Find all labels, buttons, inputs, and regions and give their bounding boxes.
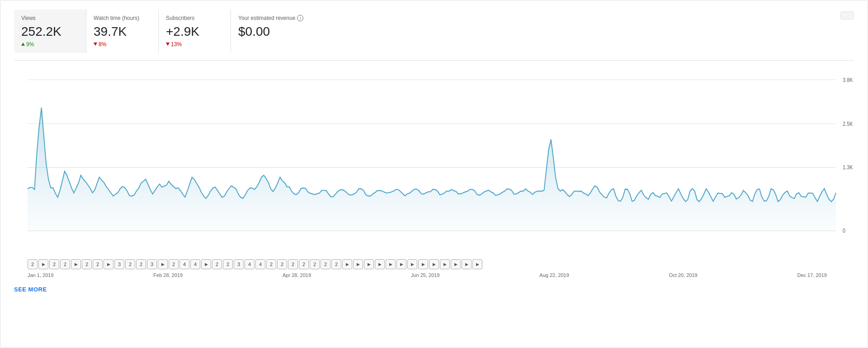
video-marker-2[interactable]: 2: [49, 259, 59, 269]
video-marker-34[interactable]: ▶: [396, 259, 406, 269]
svg-text:1.3K: 1.3K: [843, 165, 853, 170]
metric-value-3: $0.00: [238, 24, 303, 39]
video-marker-33[interactable]: ▶: [386, 259, 396, 269]
video-marker-6[interactable]: 2: [93, 259, 103, 269]
main-container: Views252.2K9%Watch time (hours)39.7K8%Su…: [0, 0, 868, 348]
arrow-down-icon: [166, 43, 170, 46]
metric-card-2: Subscribers+2.9K13%: [159, 10, 231, 53]
video-marker-37[interactable]: ▶: [429, 259, 439, 269]
video-marker-26[interactable]: 2: [310, 259, 320, 269]
updated-timestamp: [840, 11, 854, 19]
video-marker-8[interactable]: 3: [114, 259, 124, 269]
metric-change-pct-1: 8%: [99, 41, 106, 48]
video-marker-1[interactable]: ▶: [38, 259, 48, 269]
info-icon-3[interactable]: i: [297, 15, 303, 21]
video-marker-38[interactable]: ▶: [440, 259, 450, 269]
arrow-up-icon: [21, 43, 25, 46]
metric-card-3: Your estimated revenuei$0.00: [231, 10, 321, 53]
video-marker-39[interactable]: ▶: [451, 259, 461, 269]
video-marker-9[interactable]: 2: [125, 259, 135, 269]
chart-area: 3.8K 2.5K 1.3K 0: [14, 65, 854, 255]
svg-text:0: 0: [843, 228, 845, 234]
metric-change-0: 9%: [21, 41, 68, 48]
video-marker-22[interactable]: 2: [266, 259, 276, 269]
video-marker-4[interactable]: ▶: [71, 259, 81, 269]
svg-text:3.8K: 3.8K: [843, 77, 853, 82]
metric-label-0: Views: [21, 15, 68, 21]
metric-card-1: Watch time (hours)39.7K8%: [86, 10, 159, 53]
x-label-6: Dec 17, 2019: [797, 272, 826, 278]
video-marker-20[interactable]: 4: [245, 259, 255, 269]
video-marker-41[interactable]: ▶: [472, 259, 482, 269]
see-more-link[interactable]: SEE MORE: [14, 286, 47, 293]
video-marker-14[interactable]: 4: [179, 259, 189, 269]
metric-label-2: Subscribers: [166, 15, 212, 21]
metric-label-3: Your estimated revenuei: [238, 15, 303, 21]
video-marker-13[interactable]: 2: [169, 259, 179, 269]
x-label-0: Jan 1, 2019: [28, 272, 54, 278]
video-marker-25[interactable]: 2: [299, 259, 309, 269]
x-label-1: Feb 28, 2019: [153, 272, 183, 278]
video-marker-10[interactable]: 2: [136, 259, 146, 269]
video-marker-32[interactable]: ▶: [375, 259, 385, 269]
metric-label-1: Watch time (hours): [94, 15, 140, 21]
video-marker-30[interactable]: ▶: [353, 259, 363, 269]
video-marker-17[interactable]: 2: [212, 259, 222, 269]
video-marker-0[interactable]: 2: [28, 259, 38, 269]
svg-text:2.5K: 2.5K: [843, 121, 853, 126]
metric-value-2: +2.9K: [166, 24, 212, 39]
metric-change-pct-2: 13%: [171, 41, 182, 48]
video-marker-27[interactable]: 2: [321, 259, 330, 269]
metrics-row: Views252.2K9%Watch time (hours)39.7K8%Su…: [14, 10, 854, 61]
metric-change-2: 13%: [166, 41, 212, 48]
video-marker-7[interactable]: ▶: [104, 259, 113, 269]
video-marker-12[interactable]: ▶: [158, 259, 168, 269]
video-marker-40[interactable]: ▶: [462, 259, 472, 269]
video-marker-18[interactable]: 2: [223, 259, 233, 269]
x-label-4: Aug 22, 2019: [539, 272, 569, 278]
video-marker-24[interactable]: 2: [288, 259, 298, 269]
video-markers-row: 2▶22▶22▶3223▶244▶223442222222▶▶▶▶▶▶▶▶▶▶▶…: [14, 258, 854, 271]
chart-fill: [28, 107, 836, 230]
metric-change-1: 8%: [94, 41, 140, 48]
video-marker-23[interactable]: 2: [277, 259, 287, 269]
video-marker-21[interactable]: 4: [255, 259, 265, 269]
x-axis-labels: Jan 1, 2019Feb 28, 2019Apr 28, 2019Jun 2…: [14, 272, 854, 278]
x-label-3: Jun 25, 2019: [411, 272, 440, 278]
metric-card-0: Views252.2K9%: [14, 10, 86, 53]
video-marker-19[interactable]: 3: [234, 259, 244, 269]
metric-change-pct-0: 9%: [26, 41, 34, 48]
video-marker-29[interactable]: ▶: [342, 259, 352, 269]
video-marker-3[interactable]: 2: [60, 259, 70, 269]
video-marker-15[interactable]: 4: [190, 259, 200, 269]
video-marker-28[interactable]: 2: [331, 259, 341, 269]
video-marker-36[interactable]: ▶: [418, 259, 428, 269]
x-label-2: Apr 28, 2019: [283, 272, 311, 278]
metric-value-0: 252.2K: [21, 24, 68, 39]
metric-value-1: 39.7K: [94, 24, 140, 39]
line-chart: 3.8K 2.5K 1.3K 0: [14, 65, 854, 255]
metrics-cards: Views252.2K9%Watch time (hours)39.7K8%Su…: [14, 10, 840, 53]
arrow-down-icon: [94, 43, 97, 46]
video-marker-35[interactable]: ▶: [407, 259, 417, 269]
video-marker-11[interactable]: 3: [147, 259, 157, 269]
video-marker-16[interactable]: ▶: [201, 259, 211, 269]
video-marker-31[interactable]: ▶: [364, 259, 374, 269]
x-label-5: Oct 20, 2019: [669, 272, 698, 278]
video-marker-5[interactable]: 2: [82, 259, 92, 269]
